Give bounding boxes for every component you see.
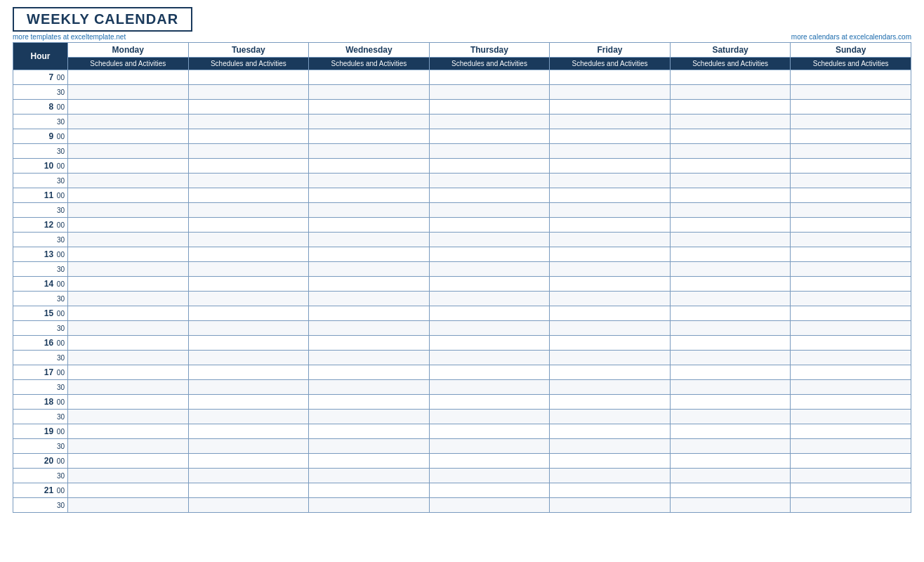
- list-item[interactable]: [309, 365, 430, 380]
- list-item[interactable]: [791, 70, 911, 85]
- list-item[interactable]: [429, 410, 550, 424]
- list-item[interactable]: [550, 115, 671, 129]
- list-item[interactable]: [670, 188, 791, 203]
- list-item[interactable]: [188, 159, 309, 174]
- list-item[interactable]: [670, 292, 791, 306]
- list-item[interactable]: [309, 70, 430, 85]
- list-item[interactable]: [791, 100, 911, 115]
- list-item[interactable]: [670, 247, 791, 262]
- list-item[interactable]: [791, 129, 911, 144]
- list-item[interactable]: [550, 439, 671, 454]
- list-item[interactable]: [429, 351, 550, 365]
- list-item[interactable]: [188, 469, 309, 483]
- list-item[interactable]: [68, 336, 189, 351]
- list-item[interactable]: [309, 306, 430, 321]
- list-item[interactable]: [429, 70, 550, 85]
- list-item[interactable]: [791, 262, 911, 277]
- list-item[interactable]: [429, 336, 550, 351]
- list-item[interactable]: [188, 115, 309, 129]
- list-item[interactable]: [550, 218, 671, 233]
- list-item[interactable]: [670, 321, 791, 336]
- list-item[interactable]: [68, 100, 189, 115]
- list-item[interactable]: [791, 336, 911, 351]
- list-item[interactable]: [188, 321, 309, 336]
- list-item[interactable]: [68, 174, 189, 188]
- list-item[interactable]: [791, 218, 911, 233]
- list-item[interactable]: [550, 129, 671, 144]
- list-item[interactable]: [429, 380, 550, 395]
- list-item[interactable]: [429, 218, 550, 233]
- link-right[interactable]: more calendars at excelcalendars.com: [791, 33, 911, 41]
- list-item[interactable]: [188, 439, 309, 454]
- list-item[interactable]: [791, 424, 911, 439]
- list-item[interactable]: [550, 410, 671, 424]
- list-item[interactable]: [429, 469, 550, 483]
- list-item[interactable]: [68, 203, 189, 218]
- list-item[interactable]: [550, 424, 671, 439]
- list-item[interactable]: [429, 454, 550, 469]
- list-item[interactable]: [791, 469, 911, 483]
- list-item[interactable]: [188, 395, 309, 410]
- list-item[interactable]: [670, 85, 791, 100]
- list-item[interactable]: [68, 454, 189, 469]
- list-item[interactable]: [670, 395, 791, 410]
- list-item[interactable]: [68, 395, 189, 410]
- list-item[interactable]: [68, 159, 189, 174]
- list-item[interactable]: [429, 483, 550, 498]
- list-item[interactable]: [670, 424, 791, 439]
- list-item[interactable]: [791, 321, 911, 336]
- list-item[interactable]: [670, 159, 791, 174]
- list-item[interactable]: [188, 85, 309, 100]
- list-item[interactable]: [791, 233, 911, 247]
- list-item[interactable]: [550, 292, 671, 306]
- list-item[interactable]: [68, 262, 189, 277]
- list-item[interactable]: [429, 439, 550, 454]
- list-item[interactable]: [188, 218, 309, 233]
- list-item[interactable]: [309, 380, 430, 395]
- list-item[interactable]: [309, 188, 430, 203]
- list-item[interactable]: [68, 233, 189, 247]
- list-item[interactable]: [550, 336, 671, 351]
- list-item[interactable]: [188, 233, 309, 247]
- list-item[interactable]: [309, 469, 430, 483]
- list-item[interactable]: [68, 351, 189, 365]
- list-item[interactable]: [670, 351, 791, 365]
- list-item[interactable]: [188, 306, 309, 321]
- list-item[interactable]: [309, 247, 430, 262]
- list-item[interactable]: [188, 277, 309, 292]
- list-item[interactable]: [429, 203, 550, 218]
- list-item[interactable]: [309, 454, 430, 469]
- list-item[interactable]: [550, 351, 671, 365]
- list-item[interactable]: [309, 424, 430, 439]
- list-item[interactable]: [68, 129, 189, 144]
- list-item[interactable]: [791, 174, 911, 188]
- list-item[interactable]: [550, 380, 671, 395]
- list-item[interactable]: [188, 498, 309, 513]
- list-item[interactable]: [791, 115, 911, 129]
- list-item[interactable]: [550, 100, 671, 115]
- list-item[interactable]: [791, 498, 911, 513]
- list-item[interactable]: [550, 159, 671, 174]
- list-item[interactable]: [429, 247, 550, 262]
- list-item[interactable]: [68, 469, 189, 483]
- list-item[interactable]: [670, 483, 791, 498]
- list-item[interactable]: [670, 365, 791, 380]
- list-item[interactable]: [309, 292, 430, 306]
- list-item[interactable]: [791, 247, 911, 262]
- list-item[interactable]: [791, 159, 911, 174]
- list-item[interactable]: [550, 277, 671, 292]
- list-item[interactable]: [309, 395, 430, 410]
- list-item[interactable]: [791, 351, 911, 365]
- list-item[interactable]: [188, 336, 309, 351]
- list-item[interactable]: [791, 380, 911, 395]
- list-item[interactable]: [309, 85, 430, 100]
- list-item[interactable]: [309, 115, 430, 129]
- list-item[interactable]: [670, 129, 791, 144]
- list-item[interactable]: [68, 218, 189, 233]
- list-item[interactable]: [188, 174, 309, 188]
- list-item[interactable]: [429, 365, 550, 380]
- list-item[interactable]: [429, 498, 550, 513]
- list-item[interactable]: [68, 439, 189, 454]
- list-item[interactable]: [550, 498, 671, 513]
- list-item[interactable]: [670, 380, 791, 395]
